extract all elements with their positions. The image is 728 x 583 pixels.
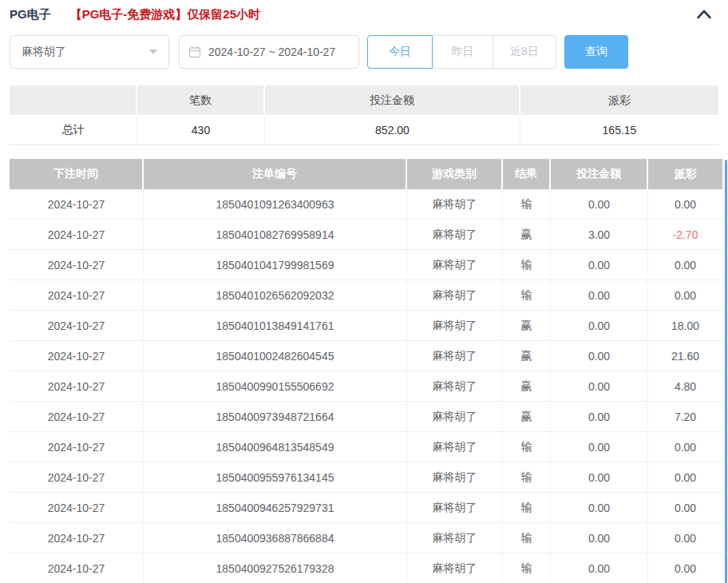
cell-game: 麻将胡了 — [407, 189, 503, 220]
cell-time: 2024-10-27 — [10, 371, 144, 402]
notice-text: 【PG电子-免费游戏】仅保留25小时 — [70, 7, 260, 22]
chevron-down-icon — [149, 50, 157, 54]
cell-game: 麻将胡了 — [407, 523, 503, 553]
table-row: 2024-10-27 1850400955976134145 麻将胡了 输 0.… — [10, 462, 722, 493]
cell-bet-no: 1850400973948721664 — [144, 402, 407, 432]
summary-table: 笔数 投注金额 派彩 总计 430 852.00 165.15 — [10, 85, 718, 145]
cell-time: 2024-10-27 — [10, 553, 144, 583]
table-row: 2024-10-27 1850400946257929731 麻将胡了 输 0.… — [10, 493, 722, 523]
cell-game: 麻将胡了 — [407, 250, 503, 280]
cell-bet-no: 1850400946257929731 — [144, 493, 407, 523]
cell-payout: 0.00 — [648, 250, 722, 280]
bet-table-body: 2024-10-27 1850401091263400963 麻将胡了 输 0.… — [10, 189, 722, 583]
chevron-up-icon — [696, 8, 712, 22]
cell-bet-amount: 0.00 — [551, 311, 648, 341]
table-row: 2024-10-27 1850401041799981569 麻将胡了 输 0.… — [10, 250, 722, 280]
summary-header-row: 笔数 投注金额 派彩 — [10, 85, 718, 115]
bet-records-table: 下注时间 注单编号 游戏类别 结果 投注金额 派彩 2024-10-27 185… — [10, 159, 722, 583]
cell-game: 麻将胡了 — [407, 402, 503, 432]
game-select-value: 麻将胡了 — [22, 45, 66, 59]
cell-time: 2024-10-27 — [10, 189, 144, 220]
cell-bet-amount: 0.00 — [551, 432, 648, 462]
cell-bet-no: 1850400964813548549 — [144, 432, 407, 462]
cell-payout: 0.00 — [648, 493, 722, 523]
table-row: 2024-10-27 1850400936887866884 麻将胡了 输 0.… — [10, 523, 722, 553]
cell-payout: 0.00 — [648, 432, 722, 462]
cell-result: 输 — [503, 553, 551, 583]
cell-time: 2024-10-27 — [10, 250, 144, 280]
cell-result: 输 — [503, 432, 551, 462]
cell-payout: 0.00 — [648, 189, 722, 220]
cell-bet-amount: 0.00 — [551, 493, 648, 523]
cell-time: 2024-10-27 — [10, 220, 144, 250]
cell-bet-amount: 0.00 — [551, 462, 648, 493]
cell-bet-no: 1850401013849141761 — [144, 311, 407, 341]
cell-time: 2024-10-27 — [10, 462, 144, 493]
cell-bet-amount: 0.00 — [551, 371, 648, 402]
col-game-category: 游戏类别 — [407, 159, 503, 189]
cell-result: 赢 — [503, 311, 551, 341]
cell-payout: 0.00 — [648, 553, 722, 583]
cell-payout: 0.00 — [648, 280, 722, 311]
calendar-icon — [188, 46, 201, 58]
cell-game: 麻将胡了 — [407, 280, 503, 311]
cell-game: 麻将胡了 — [407, 341, 503, 371]
cell-bet-no: 1850400927526179328 — [144, 553, 407, 583]
cell-result: 输 — [503, 250, 551, 280]
cell-bet-amount: 0.00 — [551, 523, 648, 553]
cell-bet-amount: 0.00 — [551, 553, 648, 583]
filter-bar: 麻将胡了 2024-10-27 ~ 2024-10-27 今日 昨日 近8日 查… — [10, 35, 718, 69]
table-row: 2024-10-27 1850401026562092032 麻将胡了 输 0.… — [10, 280, 722, 311]
cell-bet-no: 1850401041799981569 — [144, 250, 407, 280]
cell-bet-amount: 0.00 — [551, 189, 648, 220]
table-row: 2024-10-27 1850400973948721664 麻将胡了 赢 0.… — [10, 402, 722, 432]
cell-payout: 18.00 — [648, 311, 722, 341]
table-scrollbar[interactable] — [725, 160, 727, 583]
last8days-button[interactable]: 近8日 — [493, 35, 556, 69]
game-select[interactable]: 麻将胡了 — [10, 35, 169, 69]
table-row: 2024-10-27 1850401082769958914 麻将胡了 赢 3.… — [10, 220, 722, 250]
cell-game: 麻将胡了 — [407, 553, 503, 583]
table-row: 2024-10-27 1850401091263400963 麻将胡了 输 0.… — [10, 189, 722, 220]
date-range-input[interactable]: 2024-10-27 ~ 2024-10-27 — [179, 35, 359, 69]
search-button[interactable]: 查询 — [564, 35, 628, 69]
page-header: PG电子 【PG电子-免费游戏】仅保留25小时 — [0, 0, 728, 22]
cell-time: 2024-10-27 — [10, 432, 144, 462]
summary-total-count: 430 — [137, 115, 265, 145]
cell-game: 麻将胡了 — [407, 432, 503, 462]
cell-time: 2024-10-27 — [10, 311, 144, 341]
cell-time: 2024-10-27 — [10, 493, 144, 523]
cell-payout: -2.70 — [648, 220, 722, 250]
summary-col-blank — [10, 85, 137, 115]
summary-total-payout: 165.15 — [520, 115, 718, 145]
today-button[interactable]: 今日 — [367, 35, 433, 69]
cell-result: 赢 — [503, 371, 551, 402]
cell-result: 输 — [503, 493, 551, 523]
cell-result: 输 — [503, 280, 551, 311]
cell-bet-amount: 0.00 — [551, 250, 648, 280]
cell-result: 赢 — [503, 341, 551, 371]
summary-col-payout: 派彩 — [520, 85, 718, 115]
cell-bet-no: 1850400955976134145 — [144, 462, 407, 493]
cell-bet-amount: 0.00 — [551, 402, 648, 432]
table-row: 2024-10-27 1850400927526179328 麻将胡了 输 0.… — [10, 553, 722, 583]
cell-game: 麻将胡了 — [407, 371, 503, 402]
cell-payout: 21.60 — [648, 341, 722, 371]
summary-total-label: 总计 — [10, 115, 137, 145]
date-range-value: 2024-10-27 ~ 2024-10-27 — [208, 46, 335, 58]
cell-game: 麻将胡了 — [407, 462, 503, 493]
cell-payout: 4.80 — [648, 371, 722, 402]
table-row: 2024-10-27 1850401013849141761 麻将胡了 赢 0.… — [10, 311, 722, 341]
col-bet-time: 下注时间 — [10, 159, 144, 189]
quick-date-button-group: 今日 昨日 近8日 — [367, 35, 556, 69]
yesterday-button[interactable]: 昨日 — [432, 35, 493, 69]
col-bet-number: 注单编号 — [144, 159, 407, 189]
collapse-panel-button[interactable] — [696, 8, 712, 22]
table-row: 2024-10-27 1850400964813548549 麻将胡了 输 0.… — [10, 432, 722, 462]
cell-payout: 0.00 — [648, 462, 722, 493]
cell-result: 赢 — [503, 220, 551, 250]
bet-table-header-row: 下注时间 注单编号 游戏类别 结果 投注金额 派彩 — [10, 159, 722, 189]
summary-col-count: 笔数 — [137, 85, 265, 115]
table-row: 2024-10-27 1850400990155506692 麻将胡了 赢 0.… — [10, 371, 722, 402]
cell-time: 2024-10-27 — [10, 280, 144, 311]
